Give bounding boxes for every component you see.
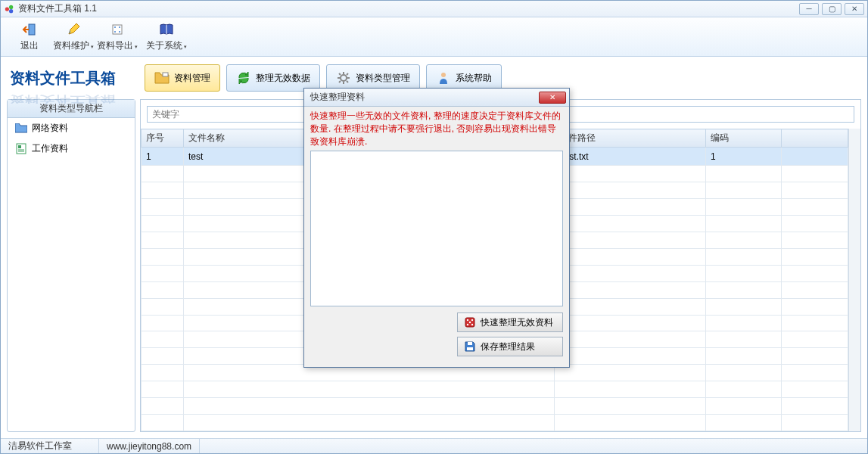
maintain-label: 资料维护▾ [53, 39, 94, 52]
exit-icon [21, 21, 38, 38]
svg-rect-12 [17, 144, 26, 154]
sidebar-item-work[interactable]: 工作资料 [8, 138, 135, 159]
modal-result-area[interactable] [310, 151, 563, 306]
table-row-empty [142, 415, 848, 431]
svg-point-6 [119, 26, 120, 28]
app-icon [4, 4, 14, 14]
close-button[interactable]: ✕ [845, 3, 864, 15]
tab-clean-label: 整理无效数据 [256, 72, 310, 85]
modal-titlebar: 快速整理资料 ✕ [304, 89, 569, 107]
sidebar-item-label: 网络资料 [32, 122, 68, 135]
save-result-label: 保存整理结果 [481, 340, 535, 353]
sidebar-item-label: 工作资料 [32, 142, 68, 155]
export-icon [109, 21, 126, 38]
svg-point-19 [471, 324, 473, 325]
modal-warning-text: 快速整理一些无效的文件资料, 整理的速度决定于资料库文件的数量. 在整理过程中请… [310, 110, 563, 148]
svg-rect-21 [468, 342, 472, 345]
svg-point-10 [341, 75, 347, 81]
main-window: 资料文件工具箱 1.1 ─ ▢ ✕ 退出 资料维护▾ 资料导出▾ 关于系统▾ 资… [0, 0, 868, 454]
svg-point-0 [5, 7, 9, 11]
vertical-scrollbar[interactable] [848, 129, 860, 431]
modal-title: 快速整理资料 [310, 91, 539, 104]
col-path[interactable]: 文件路径 [555, 129, 706, 148]
quick-clean-button[interactable]: 快速整理无效资料 [457, 313, 563, 332]
window-title: 资料文件工具箱 1.1 [18, 2, 799, 15]
svg-point-7 [114, 31, 116, 33]
col-spacer [782, 129, 848, 148]
table-row-empty [142, 381, 848, 398]
maintain-button[interactable]: 资料维护▾ [52, 19, 95, 55]
pencil-icon [65, 21, 82, 38]
gear-icon [336, 70, 351, 86]
exit-label: 退出 [20, 39, 39, 52]
svg-point-15 [467, 319, 468, 321]
svg-point-11 [441, 73, 446, 77]
svg-rect-13 [18, 145, 21, 148]
refresh-icon [236, 70, 251, 86]
modal-close-button[interactable]: ✕ [539, 92, 566, 104]
document-icon [15, 143, 27, 155]
modal-body: 快速整理一些无效的文件资料, 整理的速度决定于资料库文件的数量. 在整理过程中请… [304, 107, 569, 367]
tab-manage-label: 资料管理 [174, 72, 210, 85]
toolbar-separator [140, 22, 144, 52]
save-icon [464, 340, 476, 353]
maximize-button[interactable]: ▢ [822, 3, 842, 15]
titlebar: 资料文件工具箱 1.1 ─ ▢ ✕ [1, 1, 867, 17]
tab-type-manage-label: 资料类型管理 [356, 72, 410, 85]
svg-rect-20 [467, 347, 473, 350]
sidebar: 资料类型导航栏 网络资料 工作资料 [7, 99, 135, 432]
svg-point-5 [114, 26, 116, 28]
col-seq[interactable]: 序号 [142, 129, 184, 148]
app-title: 资料文件工具箱 [10, 68, 116, 89]
save-result-button[interactable]: 保存整理结果 [457, 337, 563, 356]
main-toolbar: 退出 资料维护▾ 资料导出▾ 关于系统▾ [1, 17, 867, 57]
col-code[interactable]: 编码 [706, 129, 782, 148]
book-icon [158, 21, 175, 38]
folder-blue-icon [15, 123, 27, 135]
minimize-button[interactable]: ─ [799, 3, 819, 15]
export-label: 资料导出▾ [97, 39, 138, 52]
svg-rect-4 [113, 25, 122, 34]
svg-rect-3 [29, 24, 35, 35]
tab-help-label: 系统帮助 [456, 72, 492, 85]
svg-point-1 [9, 5, 13, 8]
exit-button[interactable]: 退出 [8, 19, 51, 55]
svg-rect-9 [163, 73, 168, 76]
table-row-empty [142, 398, 848, 415]
export-button[interactable]: 资料导出▾ [96, 19, 138, 55]
svg-point-8 [119, 31, 120, 33]
about-label: 关于系统▾ [146, 39, 187, 52]
quick-clean-dialog: 快速整理资料 ✕ 快速整理一些无效的文件资料, 整理的速度决定于资料库文件的数量… [303, 88, 570, 368]
folder-icon [154, 70, 170, 86]
svg-point-16 [471, 319, 473, 321]
statusbar: 洁易软件工作室 www.jieyitong88.com [1, 438, 867, 453]
tab-manage[interactable]: 资料管理 [145, 64, 220, 92]
about-button[interactable]: 关于系统▾ [145, 19, 188, 55]
quick-clean-label: 快速整理无效资料 [481, 316, 553, 329]
person-icon [436, 70, 451, 86]
dice-icon [464, 316, 476, 328]
svg-point-2 [9, 9, 13, 13]
window-controls: ─ ▢ ✕ [799, 3, 864, 15]
svg-point-18 [467, 324, 468, 325]
svg-point-17 [469, 322, 471, 323]
sidebar-item-network[interactable]: 网络资料 [8, 118, 135, 138]
status-url: www.jieyitong88.com [99, 439, 200, 453]
status-studio: 洁易软件工作室 [1, 439, 99, 453]
